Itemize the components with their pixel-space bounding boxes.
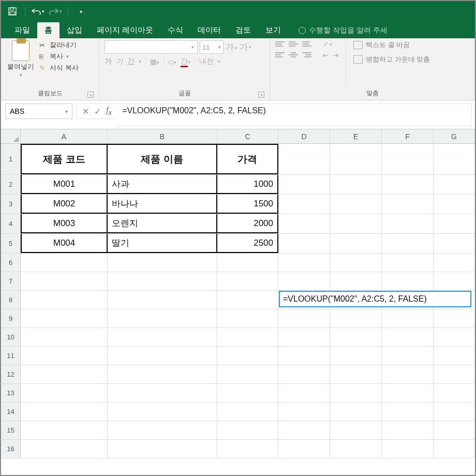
cell-C8[interactable]: [217, 291, 278, 309]
cell-B7[interactable]: [108, 272, 217, 290]
col-header-G[interactable]: G: [434, 129, 475, 143]
increase-font-button[interactable]: 가▴: [226, 42, 237, 53]
cell-F4[interactable]: [382, 214, 434, 233]
cell-B5[interactable]: 딸기: [108, 234, 217, 253]
cell-D14[interactable]: [278, 403, 330, 421]
cell-D13[interactable]: [278, 384, 330, 402]
cell-E2[interactable]: [330, 175, 382, 194]
cell-F3[interactable]: [382, 195, 434, 214]
cell-C9[interactable]: [217, 309, 278, 328]
cell-A13[interactable]: [21, 384, 108, 402]
increase-indent-button[interactable]: ⇥: [333, 51, 338, 59]
cell-A5[interactable]: M004: [21, 234, 108, 253]
cell-D12[interactable]: [278, 365, 330, 383]
redo-icon[interactable]: ▾: [48, 4, 63, 19]
cell-E12[interactable]: [330, 365, 382, 383]
cell-D5[interactable]: [278, 234, 330, 253]
cell-A11[interactable]: [21, 347, 108, 365]
italic-button[interactable]: 가: [116, 57, 123, 66]
paste-button[interactable]: 붙여넣기 ▾: [6, 40, 35, 88]
cell-G3[interactable]: [434, 195, 475, 214]
cancel-formula-icon[interactable]: ✕: [82, 107, 89, 116]
cell-G11[interactable]: [434, 347, 475, 365]
cell-B13[interactable]: [108, 384, 217, 402]
cell-F9[interactable]: [382, 309, 434, 328]
cell-C3[interactable]: 1500: [217, 195, 278, 214]
cell-E4[interactable]: [330, 214, 382, 233]
cell-D1[interactable]: [278, 144, 330, 174]
customize-qat-icon[interactable]: ▾: [73, 4, 88, 19]
fx-icon[interactable]: fx: [106, 106, 112, 116]
tab-insert[interactable]: 삽입: [60, 22, 90, 38]
cell-A3[interactable]: M002: [21, 195, 108, 214]
cell-D15[interactable]: [278, 421, 330, 439]
cell-E3[interactable]: [330, 195, 382, 214]
cell-C11[interactable]: [217, 347, 278, 365]
cell-G5[interactable]: [434, 234, 475, 253]
active-cell-editor[interactable]: =VLOOKUP("M002", A2:C5, 2, FALSE): [279, 291, 471, 307]
cell-G9[interactable]: [434, 309, 475, 328]
row-header-16[interactable]: 16: [1, 440, 21, 458]
cell-D7[interactable]: [278, 272, 330, 290]
cell-B3[interactable]: 바나나: [108, 195, 217, 214]
tab-view[interactable]: 보기: [258, 22, 288, 38]
copy-button[interactable]: ⎘복사▾: [39, 52, 79, 61]
cell-E16[interactable]: [330, 440, 382, 458]
border-button[interactable]: ▦▾: [150, 57, 159, 66]
font-family-combo[interactable]: ▾: [105, 40, 198, 54]
cell-A1[interactable]: 제품 코드: [21, 144, 108, 174]
cell-C16[interactable]: [217, 440, 278, 458]
tab-file[interactable]: 파일: [7, 22, 37, 38]
cell-G4[interactable]: [434, 214, 475, 233]
cell-B15[interactable]: [108, 421, 217, 439]
col-header-A[interactable]: A: [21, 129, 108, 143]
phonetic-button[interactable]: 내천: [199, 57, 214, 66]
underline-button[interactable]: 간: [127, 57, 135, 66]
cell-A8[interactable]: [21, 291, 108, 309]
cell-B2[interactable]: 사과: [108, 175, 217, 194]
row-header-4[interactable]: 4: [1, 214, 21, 233]
cell-B14[interactable]: [108, 403, 217, 421]
cell-B1[interactable]: 제품 이름: [108, 144, 217, 174]
cell-F5[interactable]: [382, 234, 434, 253]
cell-C7[interactable]: [217, 272, 278, 290]
format-painter-button[interactable]: ✎서식 복사: [39, 63, 79, 72]
cell-C4[interactable]: 2000: [217, 214, 278, 233]
cell-A16[interactable]: [21, 440, 108, 458]
cell-E15[interactable]: [330, 421, 382, 439]
cell-B9[interactable]: [108, 309, 217, 328]
cell-D2[interactable]: [278, 175, 330, 194]
cell-E6[interactable]: [330, 254, 382, 272]
merge-center-button[interactable]: 병합하고 가운데 맞춤: [353, 55, 430, 64]
cell-F1[interactable]: [382, 144, 434, 174]
align-top-button[interactable]: [275, 40, 285, 48]
cell-E9[interactable]: [330, 309, 382, 328]
cell-A2[interactable]: M001: [21, 175, 108, 194]
cell-F16[interactable]: [382, 440, 434, 458]
align-middle-button[interactable]: [289, 40, 298, 48]
cell-B10[interactable]: [108, 328, 217, 346]
cell-B6[interactable]: [108, 254, 217, 272]
cell-C14[interactable]: [217, 403, 278, 421]
cell-A15[interactable]: [21, 421, 108, 439]
undo-icon[interactable]: ▾: [31, 4, 45, 19]
cell-C13[interactable]: [217, 384, 278, 402]
cell-C5[interactable]: 2500: [217, 234, 278, 253]
cell-C12[interactable]: [217, 365, 278, 383]
cell-G7[interactable]: [434, 272, 475, 290]
select-all-corner[interactable]: [1, 129, 21, 143]
align-left-button[interactable]: [275, 51, 285, 58]
row-header-6[interactable]: 6: [1, 254, 21, 272]
row-header-13[interactable]: 13: [1, 384, 21, 402]
cell-E10[interactable]: [330, 328, 382, 346]
cell-C6[interactable]: [217, 254, 278, 272]
row-header-11[interactable]: 11: [1, 347, 21, 365]
cell-B16[interactable]: [108, 440, 217, 458]
cell-C2[interactable]: 1000: [217, 175, 278, 194]
col-header-D[interactable]: D: [278, 129, 330, 143]
cell-G15[interactable]: [434, 421, 475, 439]
cell-D11[interactable]: [278, 347, 330, 365]
align-bottom-button[interactable]: [302, 40, 311, 48]
cell-E14[interactable]: [330, 403, 382, 421]
cell-F14[interactable]: [382, 403, 434, 421]
